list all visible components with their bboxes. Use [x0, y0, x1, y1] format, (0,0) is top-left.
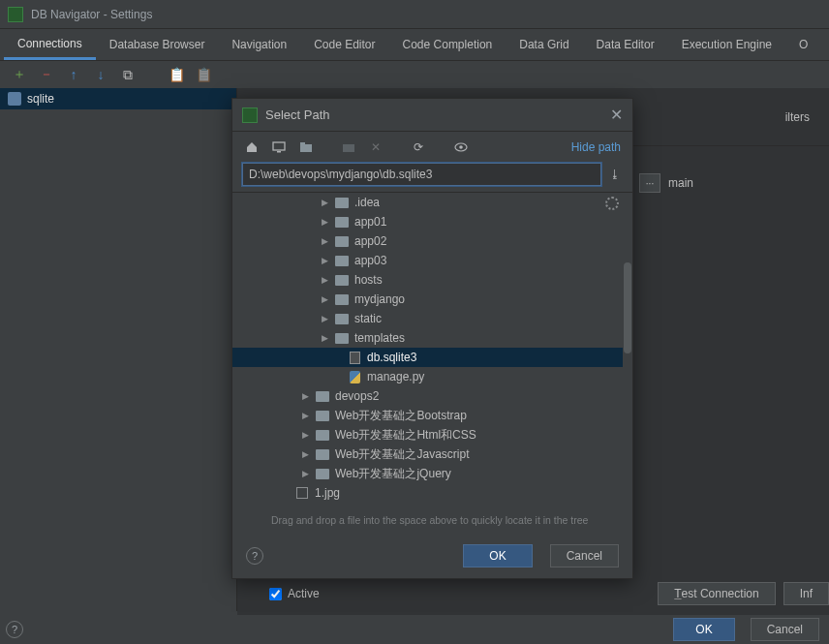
image-file-icon	[296, 487, 308, 499]
file-icon	[350, 352, 360, 364]
chevron-right-icon[interactable]: ▶	[320, 256, 329, 265]
tab-code-editor[interactable]: Code Editor	[300, 29, 388, 60]
select-path-dialog: Select Path ✕ ✕ ⟳ Hide path ⭳ ▶.	[231, 98, 633, 579]
folder-row[interactable]: ▶mydjango	[232, 290, 632, 309]
folder-row[interactable]: ▶hosts	[232, 270, 632, 290]
add-connection-icon[interactable]: ＋	[12, 67, 27, 82]
svg-point-6	[459, 145, 463, 149]
path-row: ⭳	[232, 163, 632, 192]
tree-item-label: templates	[354, 331, 405, 345]
tab-data-grid[interactable]: Data Grid	[506, 29, 582, 60]
chevron-right-icon[interactable]: ▶	[300, 430, 310, 440]
tree-item-label: manage.py	[367, 370, 424, 383]
folder-icon	[335, 314, 349, 324]
chevron-right-icon[interactable]: ▶	[320, 314, 329, 323]
help-icon[interactable]: ?	[246, 547, 263, 565]
folder-icon	[335, 198, 349, 208]
folder-row[interactable]: ▶app02	[232, 231, 632, 251]
chevron-right-icon[interactable]: ▶	[320, 294, 329, 304]
folder-icon	[335, 256, 349, 266]
project-icon[interactable]	[298, 139, 314, 155]
folder-icon	[335, 217, 349, 228]
file-row[interactable]: ▶1.jpg	[232, 483, 632, 503]
folder-row[interactable]: ▶devops2	[232, 386, 632, 406]
chevron-right-icon[interactable]: ▶	[320, 275, 329, 285]
active-label: Active	[288, 587, 320, 600]
close-icon[interactable]: ✕	[610, 106, 623, 124]
schema-label: main	[668, 176, 693, 190]
scrollbar[interactable]	[623, 193, 632, 510]
folder-icon	[335, 294, 349, 305]
folder-row[interactable]: ▶static	[232, 309, 632, 328]
file-row[interactable]: ▶db.sqlite3	[232, 348, 632, 367]
folder-row[interactable]: ▶Web开发基础之Bootstrap	[232, 406, 632, 425]
folder-row[interactable]: ▶Web开发基础之Javascript	[232, 445, 632, 464]
hide-path-link[interactable]: Hide path	[571, 140, 621, 154]
move-up-icon[interactable]: ↑	[66, 67, 81, 82]
svg-rect-2	[300, 144, 312, 152]
tree-item-label: app01	[354, 215, 386, 229]
python-file-icon	[350, 371, 360, 383]
folder-icon	[335, 333, 349, 344]
cancel-button[interactable]: Cancel	[751, 618, 819, 641]
tab-database-browser[interactable]: Database Browser	[96, 29, 219, 60]
folder-row[interactable]: ▶Web开发基础之jQuery	[232, 464, 632, 483]
desktop-icon[interactable]	[271, 139, 287, 155]
chevron-right-icon[interactable]: ▶	[300, 449, 310, 459]
connections-toolbar: ＋ － ↑ ↓ ⧉ 📋 📋	[0, 61, 829, 88]
loading-spinner-icon	[605, 197, 619, 210]
folder-row[interactable]: ▶Web开发基础之Html和CSS	[232, 425, 632, 445]
tree-item-label: Web开发基础之Html和CSS	[335, 427, 476, 444]
info-button[interactable]: Inf	[783, 582, 829, 605]
chevron-right-icon[interactable]: ▶	[300, 469, 310, 478]
schema-selector: ··· main	[639, 172, 829, 194]
help-icon[interactable]: ?	[6, 621, 23, 638]
home-icon[interactable]	[244, 139, 260, 155]
file-row[interactable]: ▶manage.py	[232, 367, 632, 386]
app-icon	[242, 107, 258, 123]
folder-row[interactable]: ▶templates	[232, 328, 632, 348]
tab-connections[interactable]: Connections	[4, 29, 96, 60]
tree-item-label: app02	[354, 234, 386, 248]
paste-icon[interactable]: 📋	[169, 67, 184, 82]
svg-rect-3	[300, 142, 305, 145]
file-tree[interactable]: ▶.idea▶app01▶app02▶app03▶hosts▶mydjango▶…	[232, 192, 632, 510]
chevron-right-icon[interactable]: ▶	[320, 236, 329, 246]
tab-execution-engine[interactable]: Execution Engine	[668, 29, 785, 60]
download-icon[interactable]: ⭳	[607, 168, 623, 181]
active-checkbox[interactable]	[269, 588, 282, 600]
tab-overflow[interactable]: O	[785, 29, 821, 60]
modal-ok-button[interactable]: OK	[463, 544, 532, 567]
chevron-right-icon[interactable]: ▶	[320, 217, 329, 227]
chevron-right-icon[interactable]: ▶	[320, 333, 329, 343]
folder-icon	[335, 236, 349, 247]
test-connection-button[interactable]: Test Connection	[658, 582, 775, 605]
chevron-right-icon[interactable]: ▶	[300, 411, 310, 420]
folder-icon	[316, 430, 329, 441]
show-hidden-icon[interactable]	[453, 139, 469, 155]
modal-titlebar: Select Path ✕	[232, 99, 632, 132]
connection-item-sqlite[interactable]: sqlite	[0, 88, 236, 109]
remove-connection-icon[interactable]: －	[39, 67, 54, 82]
chevron-right-icon[interactable]: ▶	[300, 391, 310, 401]
tree-item-label: app03	[354, 254, 386, 267]
ok-button[interactable]: OK	[673, 618, 734, 641]
folder-row[interactable]: ▶.idea	[232, 193, 632, 212]
browse-button[interactable]: ···	[639, 173, 660, 193]
move-down-icon[interactable]: ↓	[93, 67, 108, 82]
path-input[interactable]	[242, 163, 601, 186]
tab-code-completion[interactable]: Code Completion	[389, 29, 507, 60]
copy-icon[interactable]: ⧉	[120, 67, 136, 82]
svg-rect-4	[343, 144, 354, 152]
chevron-right-icon[interactable]: ▶	[320, 198, 329, 207]
folder-row[interactable]: ▶app03	[232, 251, 632, 270]
drop-hint: Drag and drop a file into the space abov…	[232, 510, 632, 534]
tree-item-label: Web开发基础之Javascript	[335, 446, 469, 463]
tab-data-editor[interactable]: Data Editor	[583, 29, 668, 60]
tab-navigation[interactable]: Navigation	[218, 29, 300, 60]
modal-toolbar: ✕ ⟳ Hide path	[232, 132, 632, 163]
refresh-icon[interactable]: ⟳	[411, 139, 426, 155]
modal-cancel-button[interactable]: Cancel	[550, 544, 619, 567]
tree-item-label: 1.jpg	[315, 486, 340, 500]
folder-row[interactable]: ▶app01	[232, 212, 632, 231]
